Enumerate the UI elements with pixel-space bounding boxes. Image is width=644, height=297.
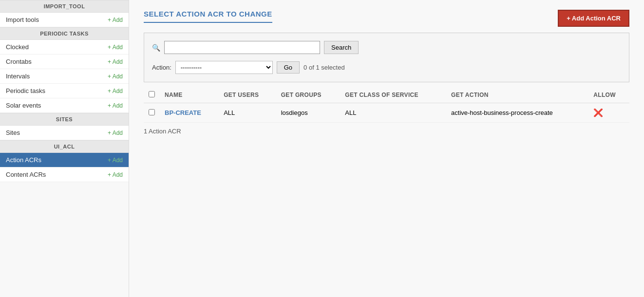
selected-count: 0 of 1 selected: [303, 64, 345, 71]
row-count: 1 Action ACR: [144, 128, 629, 135]
row-name-link[interactable]: BP-CREATE: [165, 109, 201, 116]
search-input[interactable]: [164, 41, 320, 54]
sidebar-item-label: Sites: [6, 129, 20, 136]
row-allow-cell: ❌: [588, 103, 629, 123]
table-row: BP-CREATE ALL losdiegos ALL active-host-…: [144, 103, 629, 123]
sidebar-item-label: Intervals: [6, 73, 30, 80]
col-name: NAME: [160, 87, 219, 103]
sidebar-item-label: Content ACRs: [6, 171, 46, 178]
delete-icon[interactable]: ❌: [593, 109, 603, 117]
search-icon: 🔍: [152, 44, 160, 52]
page-title: SELECT ACTION ACR TO CHANGE: [144, 10, 272, 23]
row-get-groups-cell: losdiegos: [276, 103, 341, 123]
row-name-cell: BP-CREATE: [160, 103, 219, 123]
add-crontabs-link[interactable]: + Add: [108, 58, 123, 65]
sidebar-item-sites[interactable]: Sites + Add: [0, 126, 129, 140]
sidebar-item-label: Solar events: [6, 102, 41, 109]
search-row: 🔍 Search: [152, 41, 621, 54]
sidebar-item-action-acrs[interactable]: Action ACRs + Add: [0, 153, 129, 167]
action-select[interactable]: ----------: [175, 61, 273, 74]
row-get-action-cell: active-host-business-process-create: [446, 103, 588, 123]
row-checkbox-cell: [144, 103, 160, 123]
sidebar-item-label: Periodic tasks: [6, 87, 45, 94]
add-periodic-tasks-link[interactable]: + Add: [108, 88, 123, 94]
row-get-class-of-service-cell: ALL: [340, 103, 446, 123]
sidebar-item-clocked[interactable]: Clocked + Add: [0, 40, 129, 55]
row-checkbox[interactable]: [149, 109, 155, 115]
action-label: Action:: [152, 64, 171, 71]
sidebar: IMPORT_TOOL Import tools + Add PERIODIC …: [0, 0, 129, 297]
go-button[interactable]: Go: [277, 61, 300, 74]
add-solar-events-link[interactable]: + Add: [108, 102, 123, 109]
col-allow: ALLOW: [588, 87, 629, 103]
sidebar-item-label: Crontabs: [6, 58, 32, 65]
add-content-acrs-link[interactable]: + Add: [108, 171, 123, 178]
add-action-acr-button[interactable]: + Add Action ACR: [558, 10, 629, 27]
table-header-row: NAME GET USERS GET GROUPS GET CLASS OF S…: [144, 87, 629, 103]
add-clocked-link[interactable]: + Add: [108, 44, 123, 51]
sidebar-item-label: Action ACRs: [6, 156, 41, 164]
sidebar-section-sites: SITES: [0, 113, 129, 126]
add-action-acrs-link[interactable]: + Add: [108, 157, 123, 164]
acr-table: NAME GET USERS GET GROUPS GET CLASS OF S…: [144, 87, 629, 123]
add-intervals-link[interactable]: + Add: [108, 73, 123, 80]
main-content: SELECT ACTION ACR TO CHANGE + Add Action…: [129, 0, 644, 297]
sidebar-item-solar-events[interactable]: Solar events + Add: [0, 98, 129, 113]
add-import-tools-link[interactable]: + Add: [108, 17, 123, 23]
select-all-checkbox[interactable]: [149, 91, 155, 97]
sidebar-section-ui-acl: UI_ACL: [0, 140, 129, 153]
select-all-col: [144, 87, 160, 103]
sidebar-item-label: Clocked: [6, 43, 29, 51]
sidebar-item-content-acrs[interactable]: Content ACRs + Add: [0, 167, 129, 182]
add-sites-link[interactable]: + Add: [108, 130, 123, 136]
search-button[interactable]: Search: [324, 41, 359, 54]
sidebar-item-import-tools[interactable]: Import tools + Add: [0, 13, 129, 27]
sidebar-section-import-tool: IMPORT_TOOL: [0, 0, 129, 13]
sidebar-item-intervals[interactable]: Intervals + Add: [0, 69, 129, 84]
sidebar-item-periodic-tasks[interactable]: Periodic tasks + Add: [0, 84, 129, 98]
sidebar-section-periodic-tasks: PERIODIC TASKS: [0, 27, 129, 40]
col-get-groups: GET GROUPS: [276, 87, 341, 103]
col-get-action: GET ACTION: [446, 87, 588, 103]
sidebar-item-crontabs[interactable]: Crontabs + Add: [0, 55, 129, 69]
filter-box: 🔍 Search Action: ---------- Go 0 of 1 se…: [144, 33, 629, 82]
action-row: Action: ---------- Go 0 of 1 selected: [152, 61, 621, 74]
sidebar-item-label: Import tools: [6, 16, 39, 23]
row-get-users-cell: ALL: [219, 103, 276, 123]
col-get-class-of-service: GET CLASS OF SERVICE: [340, 87, 446, 103]
col-get-users: GET USERS: [219, 87, 276, 103]
